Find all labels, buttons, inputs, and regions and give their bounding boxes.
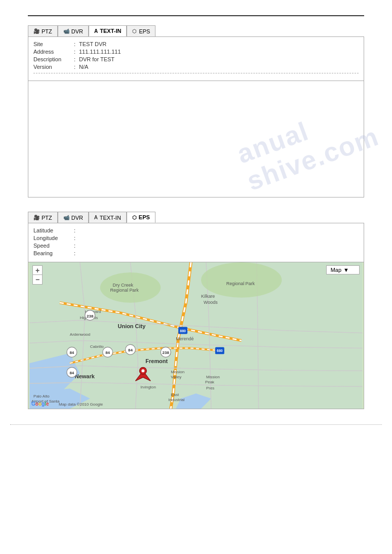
site-row: Site : TEST DVR — [33, 41, 359, 47]
eps2-icon: ⬡ — [132, 215, 137, 220]
longitude-row: Longitude : — [33, 235, 359, 241]
address-row: Address : 111.111.111.111 — [33, 49, 359, 55]
dropdown-arrow-icon: ▼ — [343, 267, 349, 273]
map-type-label: Map — [331, 267, 341, 273]
bottom-rule — [10, 424, 382, 425]
section-2: 🎥 PTZ 📹 DVR A TEXT-IN ⬡ EPS Latitude : — [28, 212, 364, 409]
latitude-row: Latitude : — [33, 227, 359, 233]
tab-eps-2[interactable]: ⬡ EPS — [127, 212, 155, 223]
zoom-out-button[interactable]: − — [33, 275, 42, 284]
map-container[interactable]: Union City Fremont Newark Merendé Kilkar… — [28, 262, 364, 409]
section-1: 🎥 PTZ 📹 DVR A TEXT-IN ⬡ EPS Site : TEST … — [28, 25, 364, 197]
site-colon: : — [74, 41, 79, 47]
map-type-dropdown[interactable]: Map ▼ — [326, 265, 360, 274]
text-in-icon: A — [94, 28, 98, 34]
dvr-info-panel: Site : TEST DVR Address : 111.111.111.11… — [28, 36, 364, 81]
site-value: TEST DVR — [79, 41, 106, 47]
version-colon: : — [74, 64, 79, 70]
speed-colon: : — [74, 243, 79, 249]
bearing-colon: : — [74, 250, 79, 256]
page-container: anual shive.com 🎥 PTZ 📹 DVR A TEXT-IN ⬡ … — [0, 15, 392, 554]
longitude-colon: : — [74, 235, 79, 241]
latitude-colon: : — [74, 227, 79, 233]
dvr-icon: 📹 — [63, 28, 69, 34]
zoom-in-button[interactable]: + — [33, 266, 42, 275]
google-logo: Google — [31, 401, 49, 407]
tab-dvr2-label: DVR — [71, 215, 83, 221]
top-rule — [28, 15, 364, 16]
tab-text-in[interactable]: A TEXT-IN — [89, 25, 127, 36]
address-label: Address — [33, 49, 74, 55]
version-row: Version : N/A — [33, 64, 359, 70]
bearing-row: Bearing : — [33, 250, 359, 256]
tab-bar-2: 🎥 PTZ 📹 DVR A TEXT-IN ⬡ EPS — [28, 212, 364, 223]
map-overlay: + − Map ▼ Google Map data ©2010 Google — [28, 262, 364, 409]
tab-eps[interactable]: ⬡ EPS — [127, 25, 155, 36]
text-area-panel[interactable] — [28, 81, 364, 197]
gps-info-panel: Latitude : Longitude : Speed : Bearing : — [28, 223, 364, 262]
tab-dvr-label: DVR — [71, 28, 83, 34]
text-area-inner[interactable] — [30, 83, 362, 195]
speed-label: Speed — [33, 243, 74, 249]
tab-ptz[interactable]: 🎥 PTZ — [28, 25, 58, 36]
address-colon: : — [74, 49, 79, 55]
description-label: Description — [33, 56, 74, 62]
tab-text-in2-label: TEXT-IN — [100, 215, 121, 221]
tab-eps2-label: EPS — [139, 214, 150, 220]
eps-icon: ⬡ — [132, 28, 137, 34]
address-value: 111.111.111.111 — [79, 49, 121, 55]
tab-bar-1: 🎥 PTZ 📹 DVR A TEXT-IN ⬡ EPS — [28, 25, 364, 36]
speed-row: Speed : — [33, 243, 359, 249]
latitude-label: Latitude — [33, 227, 74, 233]
description-value: DVR for TEST — [79, 56, 114, 62]
dvr2-icon: 📹 — [63, 215, 69, 220]
tab-ptz-label: PTZ — [42, 28, 52, 34]
bearing-label: Bearing — [33, 250, 74, 256]
zoom-controls[interactable]: + − — [32, 265, 43, 285]
map-footer-text: Map data ©2010 Google — [59, 402, 103, 407]
description-row: Description : DVR for TEST — [33, 56, 359, 62]
text-in2-icon: A — [94, 215, 98, 220]
tab-eps-label: EPS — [139, 28, 150, 34]
longitude-label: Longitude — [33, 235, 74, 241]
tab-ptz2-label: PTZ — [42, 215, 52, 221]
tab-dvr[interactable]: 📹 DVR — [58, 25, 89, 36]
info-divider — [33, 73, 359, 73]
site-label: Site — [33, 41, 74, 47]
version-value: N/A — [79, 64, 88, 70]
tab-text-in-2[interactable]: A TEXT-IN — [89, 212, 127, 223]
tab-ptz-2[interactable]: 🎥 PTZ — [28, 212, 58, 223]
ptz2-icon: 🎥 — [33, 215, 40, 220]
tab-dvr-2[interactable]: 📹 DVR — [58, 212, 89, 223]
description-colon: : — [74, 56, 79, 62]
ptz-icon: 🎥 — [33, 28, 40, 34]
version-label: Version — [33, 64, 74, 70]
tab-text-in-label: TEXT-IN — [100, 28, 121, 34]
